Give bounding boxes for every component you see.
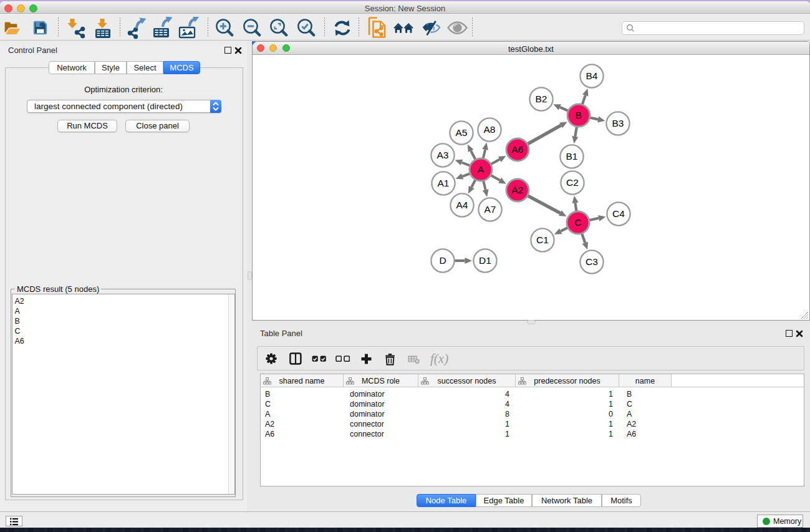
svg-text:C2: C2 [566,177,579,188]
svg-text:A6: A6 [512,144,524,155]
svg-text:A8: A8 [484,124,496,135]
svg-text:A4: A4 [456,200,468,210]
svg-text:B: B [576,110,582,120]
svg-text:A5: A5 [456,127,468,138]
svg-text:B1: B1 [566,151,578,162]
svg-text:C4: C4 [612,208,625,219]
svg-text:C3: C3 [586,256,598,267]
svg-text:D: D [439,255,446,266]
svg-text:D1: D1 [479,255,491,266]
svg-text:B4: B4 [586,70,598,81]
svg-text:A2: A2 [512,185,524,195]
svg-text:A1: A1 [438,178,450,188]
svg-text:B2: B2 [536,94,547,104]
svg-text:A3: A3 [437,150,449,160]
svg-text:A7: A7 [485,204,496,215]
svg-text:B3: B3 [612,118,624,128]
svg-text:C1: C1 [536,235,549,245]
svg-text:A: A [478,164,485,175]
svg-text:C: C [574,217,581,228]
